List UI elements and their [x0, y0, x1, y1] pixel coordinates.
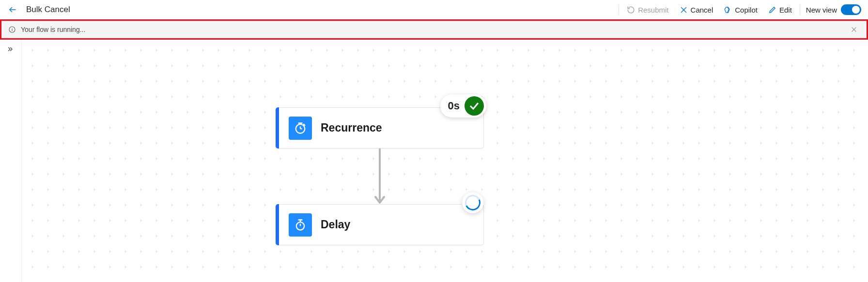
toggle-label: New view: [806, 6, 837, 14]
toolbar-divider: [619, 4, 619, 15]
node-title: Delay: [321, 218, 350, 231]
recurrence-icon: [289, 117, 312, 140]
check-icon: [465, 96, 484, 116]
back-button[interactable]: [5, 2, 20, 17]
top-toolbar: Bulk Cancel Resubmit Cancel Copilot: [0, 0, 868, 19]
cancel-button[interactable]: Cancel: [675, 2, 718, 17]
edit-label: Edit: [779, 6, 792, 14]
flow-node-recurrence[interactable]: Recurrence 0s: [276, 107, 484, 148]
view-toggle-wrap: New view: [803, 4, 863, 15]
resubmit-label: Resubmit: [638, 6, 668, 14]
node-title: Recurrence: [321, 121, 382, 134]
delay-icon: [289, 213, 312, 237]
notification-close-button[interactable]: [848, 24, 860, 35]
info-icon: [8, 26, 16, 33]
cancel-label: Cancel: [691, 6, 713, 14]
node-status-success: 0s: [440, 94, 486, 118]
notification-message: Your flow is running...: [21, 26, 85, 33]
flow-canvas[interactable]: Recurrence 0s Delay: [21, 40, 868, 282]
expand-panel-button[interactable]: [3, 43, 17, 57]
flow-connector: [374, 148, 386, 207]
copilot-label: Copilot: [735, 6, 758, 14]
resubmit-button: Resubmit: [622, 2, 673, 17]
flow-node-delay[interactable]: Delay: [276, 204, 484, 245]
page-title: Bulk Cancel: [26, 5, 70, 15]
node-status-running: [462, 192, 483, 213]
node-duration: 0s: [448, 100, 460, 112]
new-view-toggle[interactable]: [841, 4, 861, 15]
canvas-wrap: Recurrence 0s Delay: [0, 40, 868, 282]
copilot-button[interactable]: Copilot: [719, 2, 762, 17]
toolbar-divider: [800, 4, 800, 15]
toolbar-actions: Resubmit Cancel Copilot Edit New view: [617, 2, 863, 17]
notification-bar: Your flow is running...: [1, 21, 867, 38]
spinner-icon: [463, 193, 482, 212]
notification-highlight: Your flow is running...: [0, 19, 868, 40]
edit-button[interactable]: Edit: [763, 2, 797, 17]
